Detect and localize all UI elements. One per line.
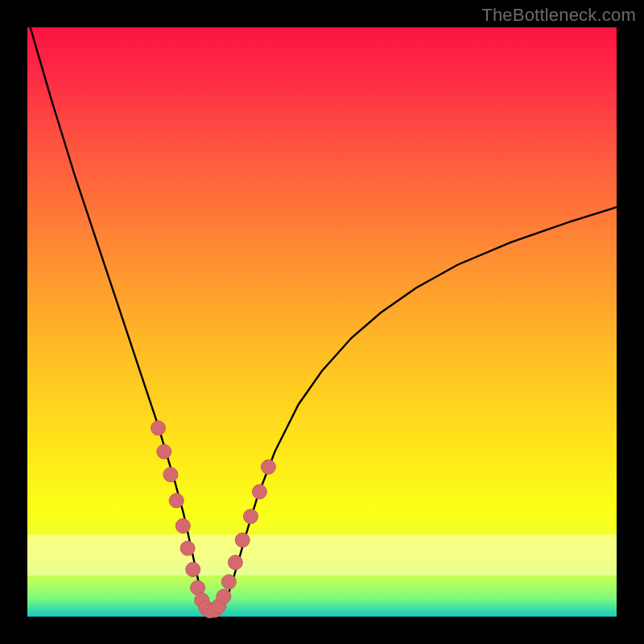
curve-marker — [235, 533, 250, 547]
watermark-text: TheBottleneck.com — [481, 5, 636, 26]
curve-marker — [157, 444, 171, 459]
chart-stage: TheBottleneck.com — [0, 0, 644, 644]
curve-marker — [180, 541, 195, 555]
bottleneck-curve-path — [31, 27, 617, 611]
curve-marker — [228, 555, 242, 570]
curve-marker — [221, 575, 236, 589]
curve-layer — [27, 27, 617, 617]
curve-marker — [175, 518, 190, 533]
curve-marker — [217, 589, 231, 604]
curve-marker — [151, 421, 166, 436]
curve-marker — [243, 510, 258, 524]
marker-group — [151, 421, 276, 618]
curve-marker — [186, 562, 200, 576]
curve-marker — [163, 468, 178, 482]
plot-area — [27, 27, 617, 617]
curve-marker — [169, 493, 184, 508]
curve-marker — [261, 460, 275, 474]
curve-marker — [252, 485, 266, 499]
